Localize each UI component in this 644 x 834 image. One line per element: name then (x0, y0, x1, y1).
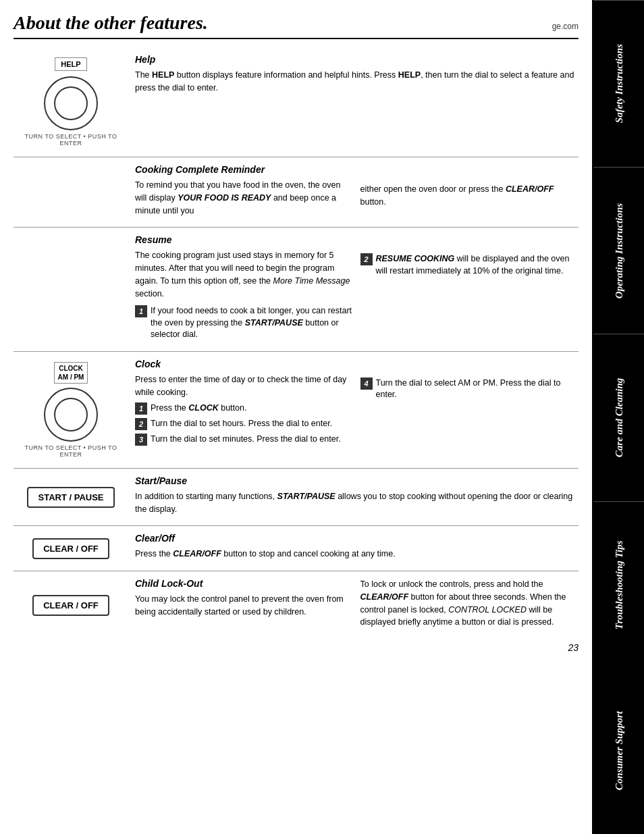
cooking-title: Cooking Complete Reminder (135, 164, 354, 175)
clock-step2-num: 2 (135, 418, 147, 430)
resume-step2-num: 2 (360, 253, 373, 265)
section-left-clock: CLOCK AM / PM TURN TO SELECT • PUSH TO E… (14, 359, 128, 461)
dial-circle-help (44, 76, 98, 130)
section-clear-off: CLEAR / OFF Clear/Off Press the CLEAR/OF… (14, 526, 579, 571)
resume-step1: 1 If your food needs to cook a bit longe… (135, 305, 354, 341)
clock-text: Press to enter the time of day or to che… (135, 373, 354, 399)
start-pause-title: Start/Pause (135, 475, 579, 486)
clock-step4: 4 Turn the dial to select AM or PM. Pres… (360, 377, 579, 401)
clock-step1: 1 Press the CLOCK button. (135, 402, 354, 415)
clock-step2: 2 Turn the dial to set hours. Press the … (135, 418, 354, 430)
sidebar-item-consumer[interactable]: Consumer Support (593, 668, 644, 834)
help-text: The HELP button displays feature informa… (135, 69, 579, 95)
clock-button-image: CLOCK AM / PM (54, 362, 88, 384)
section-right-clock: Clock Press to enter the time of day or … (135, 359, 579, 461)
dial-circle-clock (44, 388, 98, 442)
page-number-area: 23 (14, 639, 579, 656)
clock-step2-text: Turn the dial to set hours. Press the di… (151, 418, 332, 430)
sidebar-item-care[interactable]: Care and Cleaning (593, 334, 644, 500)
section-cooking-complete: Cooking Complete Reminder To remind you … (14, 157, 579, 228)
clock-step4-num: 4 (360, 377, 373, 390)
start-pause-content: Start/Pause In addition to starting many… (135, 475, 579, 519)
section-clock: CLOCK AM / PM TURN TO SELECT • PUSH TO E… (14, 352, 579, 469)
clear-off-title: Clear/Off (135, 533, 579, 544)
clock-step3-num: 3 (135, 434, 147, 446)
resume-title: Resume (135, 234, 354, 245)
section-left-child-lockout: CLEAR / OFF (14, 578, 128, 632)
child-lockout-text-right: To lock or unlock the controls, press an… (360, 578, 579, 629)
section-child-lockout: CLEAR / OFF Child Lock-Out You may lock … (14, 571, 579, 639)
help-button-image: HELP (55, 57, 86, 71)
dial-inner-clock (54, 398, 88, 432)
resume-step2: 2 RESUME COOKING will be displayed and t… (360, 253, 579, 277)
sidebar-label-safety: Safety Instructions (613, 45, 625, 124)
sidebar-label-troubleshooting: Troubleshooting Tips (613, 540, 625, 629)
start-pause-text: In addition to starting many functions, … (135, 490, 579, 516)
child-lockout-button[interactable]: CLEAR / OFF (32, 595, 109, 616)
page-title: About the other features. (14, 12, 208, 34)
help-content: Help The HELP button displays feature in… (135, 54, 579, 150)
page-number: 23 (568, 642, 579, 653)
sidebar-item-troubleshooting[interactable]: Troubleshooting Tips (593, 501, 644, 668)
clock-step3: 3 Turn the dial to set minutes. Press th… (135, 434, 354, 446)
clear-off-button[interactable]: CLEAR / OFF (32, 538, 109, 559)
child-lockout-left-col: Child Lock-Out You may lock the control … (135, 578, 354, 632)
sidebar: Safety Instructions Operating Instructio… (593, 0, 644, 834)
sidebar-label-operating: Operating Instructions (613, 203, 625, 298)
clock-step3-text: Turn the dial to set minutes. Press the … (151, 434, 341, 446)
help-title: Help (135, 54, 579, 65)
dial-label-help: TURN TO SELECT • PUSH TO ENTER (17, 133, 125, 147)
section-help: HELP TURN TO SELECT • PUSH TO ENTER Help… (14, 47, 579, 157)
section-left-help: HELP TURN TO SELECT • PUSH TO ENTER (14, 54, 128, 150)
cooking-left-col: Cooking Complete Reminder To remind you … (135, 164, 354, 220)
section-right-cooking: Cooking Complete Reminder To remind you … (135, 164, 579, 220)
sidebar-item-operating[interactable]: Operating Instructions (593, 167, 644, 334)
section-right-child-lockout: Child Lock-Out You may lock the control … (135, 578, 579, 632)
section-right-resume: Resume The cooking program just used sta… (135, 234, 579, 344)
section-right-start-pause: Start/Pause In addition to starting many… (135, 475, 579, 519)
resume-step1-num: 1 (135, 305, 147, 317)
resume-step1-text: If your food needs to cook a bit longer,… (151, 305, 354, 341)
section-right-clear-off: Clear/Off Press the CLEAR/OFF button to … (135, 533, 579, 564)
sidebar-label-consumer: Consumer Support (613, 711, 625, 790)
page-url: ge.com (552, 22, 579, 31)
resume-right-col: 2 RESUME COOKING will be displayed and t… (360, 234, 579, 344)
clock-step4-text: Turn the dial to select AM or PM. Press … (376, 377, 579, 401)
clock-left-col: Clock Press to enter the time of day or … (135, 359, 354, 461)
clock-title: Clock (135, 359, 354, 369)
clock-step1-num: 1 (135, 402, 147, 415)
resume-text: The cooking program just used stays in m… (135, 249, 354, 300)
resume-left-col: Resume The cooking program just used sta… (135, 234, 354, 344)
sidebar-label-care: Care and Cleaning (613, 378, 625, 458)
clock-button-line2: AM / PM (58, 373, 84, 381)
cooking-text-right: either open the oven door or press the C… (360, 183, 579, 209)
resume-step2-text: RESUME COOKING will be displayed and the… (376, 253, 579, 277)
section-left-clear-off: CLEAR / OFF (14, 533, 128, 564)
child-lockout-title: Child Lock-Out (135, 578, 354, 589)
section-resume: Resume The cooking program just used sta… (14, 228, 579, 352)
cooking-complete-left-empty (14, 164, 128, 220)
start-pause-button[interactable]: START / PAUSE (27, 487, 114, 508)
dial-label-clock: TURN TO SELECT • PUSH TO ENTER (17, 444, 125, 458)
clock-step1-text: Press the CLOCK button. (151, 402, 246, 415)
cooking-text-left: To remind you that you have food in the … (135, 179, 354, 217)
section-start-pause: START / PAUSE Start/Pause In addition to… (14, 469, 579, 527)
resume-left-empty (14, 234, 128, 344)
section-left-start-pause: START / PAUSE (14, 475, 128, 519)
dial-inner-help (54, 86, 88, 120)
child-lockout-text-left: You may lock the control panel to preven… (135, 593, 354, 619)
sidebar-item-safety[interactable]: Safety Instructions (593, 0, 644, 167)
clock-right-col: 4 Turn the dial to select AM or PM. Pres… (360, 359, 579, 461)
clear-off-text: Press the CLEAR/OFF button to stop and c… (135, 548, 579, 561)
cooking-right-col: either open the oven door or press the C… (360, 164, 579, 220)
clock-button-line1: CLOCK (59, 365, 83, 372)
section-right-help: Help The HELP button displays feature in… (135, 54, 579, 150)
clear-off-content: Clear/Off Press the CLEAR/OFF button to … (135, 533, 579, 564)
page-header: About the other features. ge.com (14, 12, 579, 39)
child-lockout-right-col: To lock or unlock the controls, press an… (360, 578, 579, 632)
